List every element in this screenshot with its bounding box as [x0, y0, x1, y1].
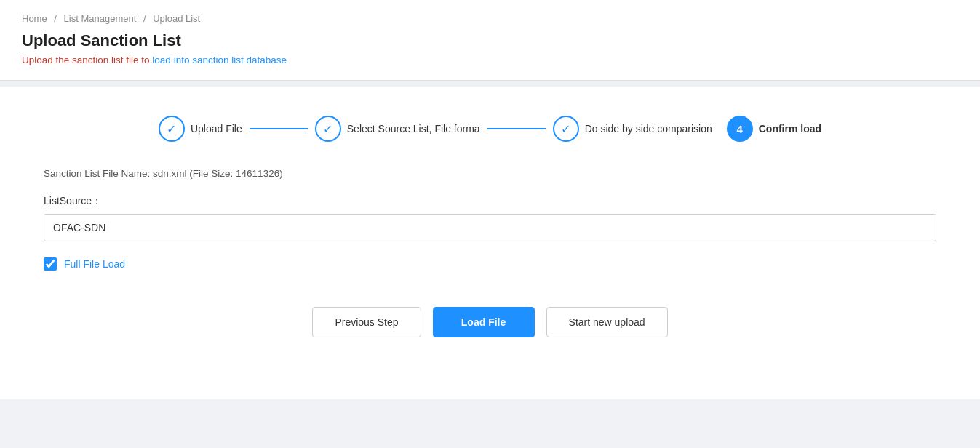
- start-new-upload-button[interactable]: Start new upload: [546, 307, 668, 337]
- step-3: ✓ Do side by side comparision: [553, 116, 712, 142]
- step-2-circle: ✓: [315, 116, 341, 142]
- breadcrumb-list-management[interactable]: List Management: [64, 13, 137, 24]
- step-1-label: Upload File: [191, 123, 242, 135]
- full-file-load-label: Full File Load: [64, 258, 125, 270]
- step-4-label: Confirm load: [759, 123, 821, 135]
- full-file-load-row: Full File Load: [44, 257, 936, 271]
- page-title: Upload Sanction List: [22, 31, 958, 50]
- full-file-load-checkbox[interactable]: [44, 257, 57, 271]
- breadcrumb-home[interactable]: Home: [22, 13, 47, 24]
- step-4: 4 Confirm load: [727, 116, 821, 142]
- step-4-circle: 4: [727, 116, 753, 142]
- header-section: Home / List Management / Upload List Upl…: [0, 0, 980, 81]
- step-2-label: Select Source List, File forma: [347, 123, 480, 135]
- step-1-icon: ✓: [167, 122, 176, 136]
- breadcrumb-current: Upload List: [153, 13, 200, 24]
- subtitle-plain: Upload the sanction list file to: [22, 55, 152, 65]
- connector-1-2: [250, 128, 308, 129]
- file-info-text: Sanction List File Name: sdn.xml (File S…: [44, 168, 283, 179]
- load-file-button[interactable]: Load File: [433, 307, 535, 337]
- list-source-label: ListSource：: [44, 195, 936, 208]
- form-section: Sanction List File Name: sdn.xml (File S…: [29, 168, 951, 271]
- previous-step-button[interactable]: Previous Step: [312, 307, 421, 337]
- step-2-icon: ✓: [323, 122, 332, 136]
- connector-2-3: [487, 128, 546, 129]
- step-4-number: 4: [737, 123, 743, 135]
- subtitle-blue: load into sanction list database: [152, 55, 287, 65]
- breadcrumb-sep1: /: [54, 13, 57, 24]
- step-1: ✓ Upload File: [159, 116, 242, 142]
- main-content: ✓ Upload File ✓ Select Source List, File…: [0, 87, 980, 399]
- file-info: Sanction List File Name: sdn.xml (File S…: [44, 168, 936, 179]
- step-3-icon: ✓: [561, 122, 570, 136]
- stepper: ✓ Upload File ✓ Select Source List, File…: [29, 116, 951, 142]
- step-2: ✓ Select Source List, File forma: [315, 116, 480, 142]
- list-source-input[interactable]: [44, 214, 936, 241]
- step-3-label: Do side by side comparision: [585, 123, 712, 135]
- section-divider: [0, 81, 980, 87]
- step-1-circle: ✓: [159, 116, 185, 142]
- step-3-circle: ✓: [553, 116, 579, 142]
- breadcrumb-sep2: /: [143, 13, 146, 24]
- breadcrumb: Home / List Management / Upload List: [22, 13, 958, 24]
- button-row: Previous Step Load File Start new upload: [29, 307, 951, 337]
- page-subtitle: Upload the sanction list file to load in…: [22, 55, 958, 65]
